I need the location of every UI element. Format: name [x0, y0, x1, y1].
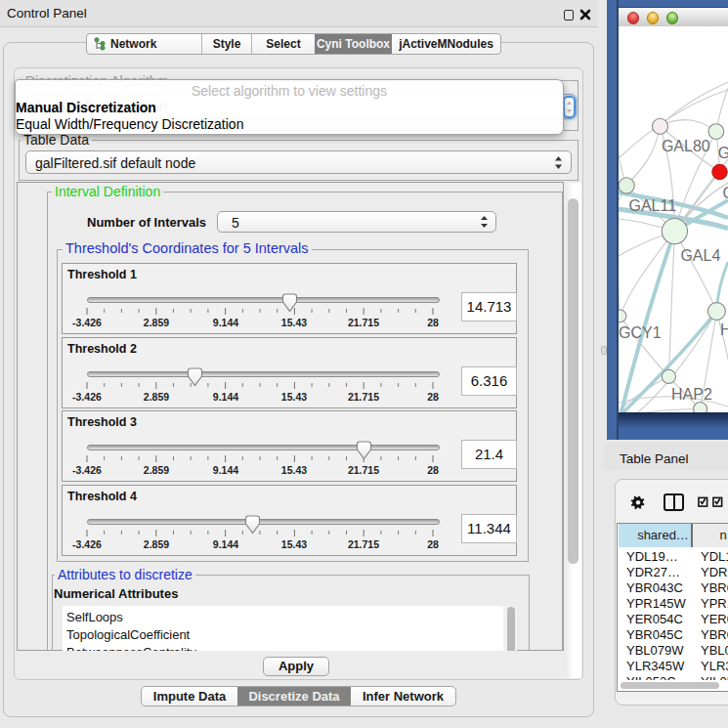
svg-text:GA: GA [718, 145, 728, 161]
svg-text:GAL4: GAL4 [680, 247, 720, 264]
svg-text:GAL11: GAL11 [629, 197, 677, 214]
svg-text:HAP2: HAP2 [671, 386, 712, 403]
svg-text:HA: HA [720, 321, 728, 338]
svg-text:GCY1: GCY1 [619, 324, 662, 341]
svg-text:C: C [723, 185, 728, 201]
svg-text:GAL80: GAL80 [662, 138, 710, 154]
